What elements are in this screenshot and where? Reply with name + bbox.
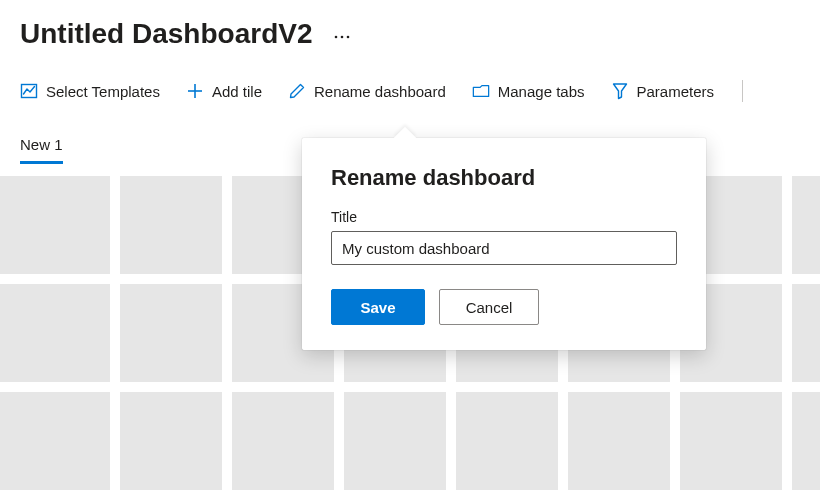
svg-point-2: [347, 36, 350, 39]
rename-dashboard-dialog: Rename dashboard Title Save Cancel: [302, 138, 706, 350]
pencil-icon: [288, 82, 306, 100]
toolbar-label: Manage tabs: [498, 83, 585, 100]
title-bar: Untitled DashboardV2: [0, 0, 820, 50]
manage-tabs-button[interactable]: Manage tabs: [472, 82, 585, 100]
grid-tile[interactable]: [792, 176, 820, 274]
more-icon[interactable]: [330, 25, 354, 49]
toolbar-label: Add tile: [212, 83, 262, 100]
grid-tile[interactable]: [792, 284, 820, 382]
grid-tile[interactable]: [0, 176, 110, 274]
grid-tile[interactable]: [120, 176, 222, 274]
grid-tile[interactable]: [344, 392, 446, 490]
select-templates-button[interactable]: Select Templates: [20, 82, 160, 100]
grid-tile[interactable]: [120, 392, 222, 490]
add-tile-button[interactable]: Add tile: [186, 82, 262, 100]
grid-tile[interactable]: [568, 392, 670, 490]
grid-tile[interactable]: [120, 284, 222, 382]
toolbar-label: Select Templates: [46, 83, 160, 100]
toolbar-divider: [742, 80, 743, 102]
toolbar-label: Rename dashboard: [314, 83, 446, 100]
page-title: Untitled DashboardV2: [20, 18, 312, 50]
plus-icon: [186, 82, 204, 100]
title-input[interactable]: [331, 231, 677, 265]
toolbar-label: Parameters: [637, 83, 715, 100]
parameters-button[interactable]: Parameters: [611, 82, 715, 100]
dialog-actions: Save Cancel: [331, 289, 677, 325]
templates-icon: [20, 82, 38, 100]
grid-tile[interactable]: [0, 392, 110, 490]
save-button[interactable]: Save: [331, 289, 425, 325]
grid-tile[interactable]: [232, 392, 334, 490]
tab-new-1[interactable]: New 1: [20, 136, 63, 164]
title-field-label: Title: [331, 209, 677, 225]
grid-tile[interactable]: [0, 284, 110, 382]
dialog-title: Rename dashboard: [331, 165, 677, 191]
tab-label: New 1: [20, 136, 63, 153]
rename-dashboard-button[interactable]: Rename dashboard: [288, 82, 446, 100]
tabs-icon: [472, 82, 490, 100]
svg-point-1: [341, 36, 344, 39]
grid-tile[interactable]: [456, 392, 558, 490]
toolbar: Select Templates Add tile Rename dashboa…: [0, 50, 820, 102]
cancel-button[interactable]: Cancel: [439, 289, 539, 325]
funnel-icon: [611, 82, 629, 100]
svg-point-0: [335, 36, 338, 39]
grid-tile[interactable]: [792, 392, 820, 490]
grid-tile[interactable]: [680, 392, 782, 490]
